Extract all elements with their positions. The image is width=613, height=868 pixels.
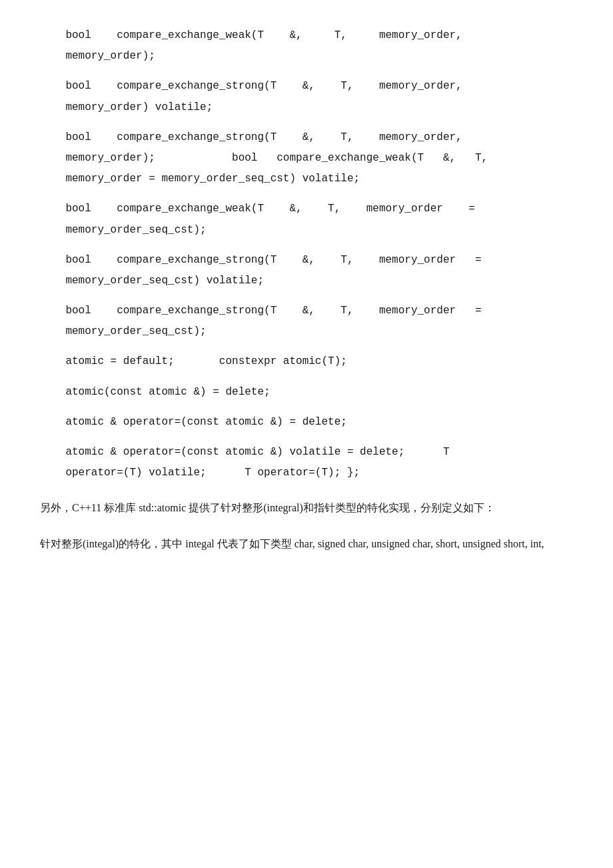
code-section-3: bool compare_exchange_strong(T &, T, mem… [40,129,573,189]
code-line: bool compare_exchange_strong(T &, T, mem… [40,129,573,147]
code-line: bool compare_exchange_weak(T &, T, memor… [40,200,573,218]
code-line: atomic(const atomic &) = delete; [40,383,573,401]
code-section-1: bool compare_exchange_weak(T &, T, memor… [40,27,573,65]
code-line: memory_order_seq_cst) volatile; [40,272,573,290]
page-content: bool compare_exchange_weak(T &, T, memor… [40,27,573,554]
code-section-8: atomic(const atomic &) = delete; [40,383,573,401]
prose-section-1: 另外，C++11 标准库 std::atomic 提供了针对整形(integra… [40,498,573,518]
code-line: memory_order); bool compare_exchange_wea… [40,149,573,167]
prose-section-2: 针对整形(integal)的特化，其中 integal 代表了如下类型 char… [40,534,573,554]
code-section-5: bool compare_exchange_strong(T &, T, mem… [40,251,573,290]
code-line: atomic = default; constexpr atomic(T); [40,353,573,371]
code-line: atomic & operator=(const atomic &) volat… [40,443,573,461]
code-line: memory_order_seq_cst); [40,323,573,341]
code-section-4: bool compare_exchange_weak(T &, T, memor… [40,200,573,239]
code-line: memory_order_seq_cst); [40,221,573,239]
code-line: bool compare_exchange_weak(T &, T, memor… [40,27,573,45]
code-line: memory_order) volatile; [40,99,573,117]
code-line: bool compare_exchange_strong(T &, T, mem… [40,302,573,320]
code-section-2: bool compare_exchange_strong(T &, T, mem… [40,77,573,116]
code-section-9: atomic & operator=(const atomic &) = del… [40,413,573,431]
code-line: operator=(T) volatile; T operator=(T); }… [40,464,573,482]
code-section-10: atomic & operator=(const atomic &) volat… [40,443,573,482]
prose-paragraph-2: 针对整形(integal)的特化，其中 integal 代表了如下类型 char… [40,534,573,554]
code-line: memory_order = memory_order_seq_cst) vol… [40,170,573,188]
code-line: atomic & operator=(const atomic &) = del… [40,413,573,431]
code-line: bool compare_exchange_strong(T &, T, mem… [40,251,573,269]
code-line: bool compare_exchange_strong(T &, T, mem… [40,77,573,95]
code-line: memory_order); [40,47,573,65]
code-section-6: bool compare_exchange_strong(T &, T, mem… [40,302,573,341]
prose-paragraph-1: 另外，C++11 标准库 std::atomic 提供了针对整形(integra… [40,498,573,518]
code-section-7: atomic = default; constexpr atomic(T); [40,353,573,371]
